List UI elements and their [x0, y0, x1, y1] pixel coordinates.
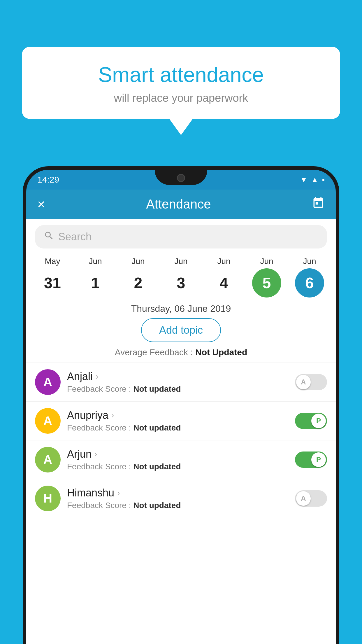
date-item[interactable]: Jun3: [164, 257, 198, 298]
close-button[interactable]: ×: [37, 196, 45, 212]
student-item[interactable]: AArjun ›Feedback Score : Not updatedP: [26, 440, 336, 479]
student-item[interactable]: AAnjali ›Feedback Score : Not updatedA: [26, 363, 336, 402]
date-month: Jun: [131, 257, 145, 266]
toggle-knob: P: [311, 414, 326, 428]
toggle-knob: A: [296, 491, 311, 506]
phone-notch: [155, 170, 207, 185]
student-avatar: A: [35, 447, 61, 473]
date-item[interactable]: Jun4: [206, 257, 241, 298]
chevron-right-icon: ›: [94, 449, 97, 459]
student-info: Arjun ›Feedback Score : Not updated: [67, 448, 289, 471]
status-icons: ▼ ▲ ▪: [300, 175, 325, 184]
search-bar[interactable]: Search: [35, 225, 327, 249]
student-item[interactable]: HHimanshu ›Feedback Score : Not updatedA: [26, 479, 336, 518]
avg-feedback: Average Feedback : Not Updated: [26, 347, 336, 357]
toggle-container[interactable]: A: [295, 374, 327, 390]
toggle-container[interactable]: P: [295, 452, 327, 468]
date-month: May: [45, 257, 60, 266]
selected-date-label: Thursday, 06 June 2019: [26, 298, 336, 318]
date-number[interactable]: 2: [124, 268, 153, 298]
student-item[interactable]: AAnupriya ›Feedback Score : Not updatedP: [26, 402, 336, 440]
wifi-icon: ▼: [300, 175, 307, 184]
toggle-container[interactable]: A: [295, 490, 327, 507]
attendance-toggle[interactable]: A: [295, 490, 327, 507]
student-avatar: H: [35, 486, 61, 511]
student-name: Himanshu ›: [67, 487, 289, 499]
toggle-knob: A: [296, 375, 311, 389]
speech-bubble-subtitle: will replace your paperwork: [39, 92, 323, 104]
student-feedback: Feedback Score : Not updated: [67, 501, 289, 510]
attendance-toggle[interactable]: P: [295, 452, 327, 468]
chevron-right-icon: ›: [96, 372, 98, 381]
date-item[interactable]: Jun2: [121, 257, 156, 298]
date-month: Jun: [303, 257, 316, 266]
calendar-icon[interactable]: [312, 197, 325, 212]
student-avatar: A: [35, 369, 61, 395]
search-icon: [44, 230, 54, 243]
date-strip: May31Jun1Jun2Jun3Jun4Jun5Jun6: [26, 254, 336, 298]
search-placeholder: Search: [58, 231, 92, 243]
speech-bubble: Smart attendance will replace your paper…: [22, 47, 340, 119]
date-number[interactable]: 5: [252, 268, 281, 298]
student-info: Anupriya ›Feedback Score : Not updated: [67, 409, 289, 433]
chevron-right-icon: ›: [117, 488, 120, 498]
date-month: Jun: [217, 257, 230, 266]
attendance-toggle[interactable]: A: [295, 374, 327, 390]
attendance-toggle[interactable]: P: [295, 413, 327, 429]
add-topic-button[interactable]: Add topic: [141, 318, 221, 342]
date-item[interactable]: Jun6: [292, 257, 327, 298]
date-item[interactable]: Jun1: [78, 257, 113, 298]
front-camera: [177, 174, 185, 182]
signal-icon: ▲: [311, 175, 319, 184]
battery-icon: ▪: [322, 175, 325, 184]
toggle-container[interactable]: P: [295, 413, 327, 429]
toggle-knob: P: [311, 452, 326, 467]
phone-inner: 14:29 ▼ ▲ ▪ × Attendance: [26, 170, 336, 644]
student-feedback: Feedback Score : Not updated: [67, 462, 289, 471]
student-avatar: A: [35, 408, 61, 434]
date-number[interactable]: 3: [166, 268, 196, 298]
student-feedback: Feedback Score : Not updated: [67, 423, 289, 433]
student-name: Anjali ›: [67, 370, 289, 383]
date-month: Jun: [174, 257, 187, 266]
date-number[interactable]: 1: [81, 268, 110, 298]
screen-content: Search May31Jun1Jun2Jun3Jun4Jun5Jun6 Thu…: [26, 219, 336, 644]
student-feedback: Feedback Score : Not updated: [67, 384, 289, 394]
avg-feedback-value: Not Updated: [195, 347, 247, 357]
date-item[interactable]: Jun5: [249, 257, 284, 298]
avg-feedback-prefix: Average Feedback :: [115, 347, 195, 357]
speech-bubble-title: Smart attendance: [39, 63, 323, 87]
student-info: Anjali ›Feedback Score : Not updated: [67, 370, 289, 394]
date-month: Jun: [89, 257, 102, 266]
phone-frame: 14:29 ▼ ▲ ▪ × Attendance: [23, 166, 339, 644]
student-name: Anupriya ›: [67, 409, 289, 421]
date-month: Jun: [260, 257, 273, 266]
student-info: Himanshu ›Feedback Score : Not updated: [67, 487, 289, 510]
date-number[interactable]: 6: [295, 268, 324, 298]
status-time: 14:29: [37, 175, 59, 185]
date-number[interactable]: 31: [38, 268, 67, 298]
date-item[interactable]: May31: [35, 257, 70, 298]
student-name: Arjun ›: [67, 448, 289, 460]
chevron-right-icon: ›: [111, 411, 114, 420]
student-list: AAnjali ›Feedback Score : Not updatedAAA…: [26, 363, 336, 518]
date-number[interactable]: 4: [209, 268, 238, 298]
app-bar: × Attendance: [26, 190, 336, 219]
app-bar-title: Attendance: [146, 197, 211, 211]
